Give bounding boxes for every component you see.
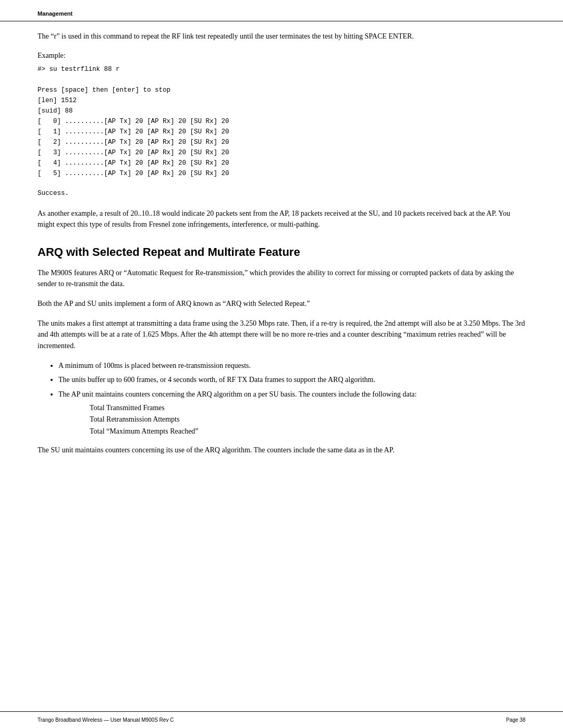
page-header: Management — [0, 0, 563, 21]
arq-bullet-list: A minimum of 100ms is placed between re-… — [58, 360, 525, 437]
main-content: The “r” is used in this command to repea… — [0, 21, 563, 728]
page-container: Management The “r” is used in this comma… — [0, 0, 563, 728]
arq-para1: The M900S features ARQ or “Automatic Req… — [38, 267, 525, 290]
success-text: Success. — [38, 188, 525, 199]
sub-bullet-2: Total Retransmission Attempts — [90, 414, 525, 425]
arq-para2: Both the AP and SU units implement a for… — [38, 298, 525, 310]
code-block: #> su testrflink 88 r Press [space] then… — [38, 64, 525, 179]
page-footer: Trango Broadband Wireless — User Manual … — [0, 711, 563, 728]
arq-final-para: The SU unit maintains counters concernin… — [38, 445, 525, 456]
bullet-item-3: The AP unit maintains counters concernin… — [58, 389, 525, 437]
sub-bullet-3: Total “Maximum Attempts Reached” — [90, 426, 525, 437]
bullet-item-2: The units buffer up to 600 frames, or 4 … — [58, 374, 525, 386]
bullet-item-3-text: The AP unit maintains counters concernin… — [58, 390, 417, 398]
header-section-title: Management — [38, 10, 72, 17]
arq-sub-list: Total Transmitted Frames Total Retransmi… — [90, 402, 525, 437]
arq-para3: The units makes a first attempt at trans… — [38, 318, 525, 352]
footer-left-text: Trango Broadband Wireless — User Manual … — [38, 717, 174, 723]
arq-section-heading: ARQ with Selected Repeat and Multirate F… — [38, 245, 525, 260]
bullet-item-1: A minimum of 100ms is placed between re-… — [58, 360, 525, 372]
sub-bullet-1: Total Transmitted Frames — [90, 402, 525, 414]
result-paragraph: As another example, a result of 20..10..… — [38, 208, 525, 230]
example-label: Example: — [38, 52, 525, 60]
intro-paragraph: The “r” is used in this command to repea… — [38, 31, 525, 42]
footer-right-text: Page 38 — [506, 717, 525, 723]
